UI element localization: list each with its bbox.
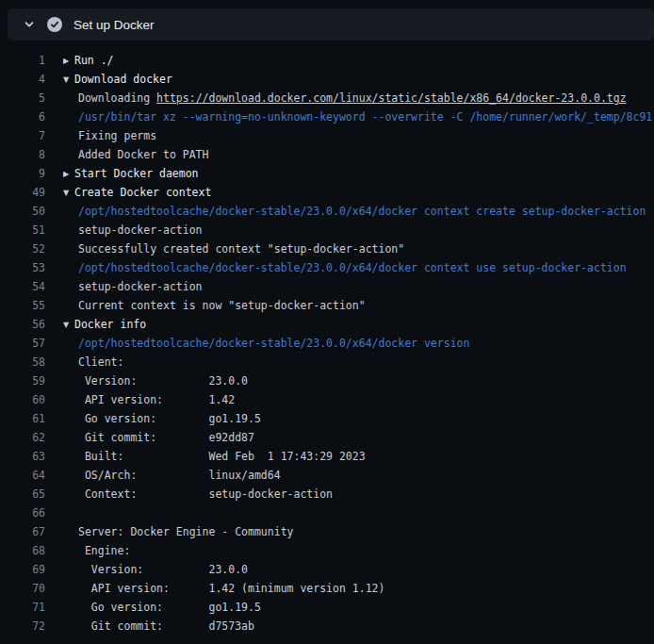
line-number[interactable]: 64 [0, 466, 45, 485]
line-number[interactable]: 55 [0, 296, 45, 315]
step-header[interactable]: Set up Docker [8, 8, 654, 41]
log-line: 71 Go version: go1.19.5 [0, 598, 654, 617]
log-line: 53/opt/hostedtoolcache/docker-stable/23.… [0, 258, 654, 277]
log-group-header[interactable]: ▶Start Docker daemon [63, 164, 199, 183]
log-command-text: /usr/bin/tar xz --warning=no-unknown-key… [78, 107, 652, 126]
log-line: 60 API version: 1.42 [0, 390, 654, 409]
line-number[interactable]: 71 [0, 598, 45, 617]
log-command-text: /opt/hostedtoolcache/docker-stable/23.0.… [78, 202, 646, 221]
log-line: 66 [0, 504, 654, 522]
log-line: 54setup-docker-action [0, 277, 654, 296]
line-number[interactable]: 68 [0, 541, 45, 560]
log-line: 67Server: Docker Engine - Community [0, 522, 654, 541]
log-line: 59 Version: 23.0.0 [0, 372, 654, 390]
log-text: setup-docker-action [78, 277, 203, 296]
line-number[interactable]: 8 [0, 145, 45, 164]
line-number[interactable]: 54 [0, 277, 45, 296]
line-number[interactable]: 49 [0, 183, 45, 202]
line-number[interactable]: 67 [0, 522, 45, 541]
line-number[interactable]: 51 [0, 221, 45, 239]
log-group-header[interactable]: ▼Docker info [63, 315, 146, 334]
log-line: 72 Git commit: d7573ab [0, 617, 654, 636]
line-number[interactable]: 70 [0, 579, 45, 598]
triangle-down-icon: ▼ [63, 71, 74, 90]
log-command-text: /opt/hostedtoolcache/docker-stable/23.0.… [78, 258, 627, 277]
log-text: Current context is now "setup-docker-act… [78, 296, 366, 315]
line-number[interactable]: 4 [0, 70, 45, 89]
log-group-label: Download docker [74, 73, 172, 86]
line-number[interactable]: 58 [0, 353, 45, 372]
log-text: Downloading https://download.docker.com/… [78, 89, 627, 107]
log-group-label: Run ./ [74, 54, 114, 67]
triangle-right-icon: ▶ [63, 165, 74, 184]
log-text: Added Docker to PATH [78, 145, 208, 164]
log-line: 52Successfully created context "setup-do… [0, 239, 654, 258]
log-text: Version: 23.0.0 [78, 372, 248, 390]
workflow-log-viewer: Set up Docker 1▶Run ./4▼Download docker5… [0, 0, 654, 644]
line-number[interactable]: 62 [0, 428, 45, 447]
log-line[interactable]: 1▶Run ./ [0, 51, 654, 70]
line-number[interactable]: 69 [0, 560, 45, 579]
log-line: 8Added Docker to PATH [0, 145, 654, 164]
log-line: 51setup-docker-action [0, 221, 654, 239]
log-group-header[interactable]: ▼Create Docker context [63, 183, 211, 202]
log-line: 58Client: [0, 353, 654, 372]
line-number[interactable]: 72 [0, 617, 45, 636]
line-number[interactable]: 59 [0, 372, 45, 390]
log-line: 50/opt/hostedtoolcache/docker-stable/23.… [0, 202, 654, 221]
line-number[interactable]: 50 [0, 202, 45, 221]
line-number[interactable]: 60 [0, 390, 45, 409]
chevron-down-icon[interactable] [23, 18, 36, 31]
line-number[interactable]: 66 [0, 504, 45, 522]
log-text: Fixing perms [78, 126, 156, 145]
triangle-right-icon: ▶ [63, 52, 74, 71]
log-line[interactable]: 4▼Download docker [0, 70, 654, 89]
log-group-label: Docker info [74, 318, 146, 331]
log-text: Server: Docker Engine - Community [78, 522, 293, 541]
log-line: 7Fixing perms [0, 126, 654, 145]
log-command-text: /opt/hostedtoolcache/docker-stable/23.0.… [78, 334, 469, 353]
log-text: setup-docker-action [78, 221, 203, 239]
log-line: 65 Context: setup-docker-action [0, 485, 654, 504]
line-number[interactable]: 65 [0, 485, 45, 504]
log-line: 70 API version: 1.42 (minimum version 1.… [0, 579, 654, 598]
log-line: 68 Engine: [0, 541, 654, 560]
log-line[interactable]: 56▼Docker info [0, 315, 654, 334]
log-text: Successfully created context "setup-dock… [78, 239, 404, 258]
line-number[interactable]: 1 [0, 51, 45, 70]
line-number[interactable]: 56 [0, 315, 45, 334]
log-line[interactable]: 9▶Start Docker daemon [0, 164, 654, 183]
log-line: 69 Version: 23.0.0 [0, 560, 654, 579]
log-text: Context: setup-docker-action [78, 485, 333, 504]
log-area: 1▶Run ./4▼Download docker5Downloading ht… [0, 51, 654, 636]
log-text: Git commit: d7573ab [78, 617, 254, 636]
log-text: Git commit: e92dd87 [78, 428, 254, 447]
triangle-down-icon: ▼ [63, 316, 74, 335]
line-number[interactable]: 63 [0, 447, 45, 466]
line-number[interactable]: 7 [0, 126, 45, 145]
step-title: Set up Docker [74, 18, 155, 32]
log-line: 5Downloading https://download.docker.com… [0, 89, 654, 107]
line-number[interactable]: 61 [0, 409, 45, 428]
log-group-label: Create Docker context [74, 186, 211, 199]
log-group-header[interactable]: ▶Run ./ [63, 51, 114, 70]
line-number[interactable]: 52 [0, 239, 45, 258]
log-text: Version: 23.0.0 [78, 560, 248, 579]
log-text: Client: [78, 353, 123, 372]
log-line: 64 OS/Arch: linux/amd64 [0, 466, 654, 485]
line-number[interactable]: 9 [0, 164, 45, 183]
log-line: 61 Go version: go1.19.5 [0, 409, 654, 428]
line-number[interactable]: 6 [0, 107, 45, 126]
line-number[interactable]: 5 [0, 89, 45, 107]
log-line[interactable]: 49▼Create Docker context [0, 183, 654, 202]
log-line: 63 Built: Wed Feb 1 17:43:29 2023 [0, 447, 654, 466]
log-line: 57/opt/hostedtoolcache/docker-stable/23.… [0, 334, 654, 353]
log-group-header[interactable]: ▼Download docker [63, 70, 172, 89]
triangle-down-icon: ▼ [63, 184, 74, 203]
log-text: API version: 1.42 [78, 390, 235, 409]
log-url-link[interactable]: https://download.docker.com/linux/static… [156, 91, 627, 105]
log-text: Go version: go1.19.5 [78, 598, 261, 617]
line-number[interactable]: 57 [0, 334, 45, 353]
log-text: Go version: go1.19.5 [78, 409, 261, 428]
line-number[interactable]: 53 [0, 258, 45, 277]
